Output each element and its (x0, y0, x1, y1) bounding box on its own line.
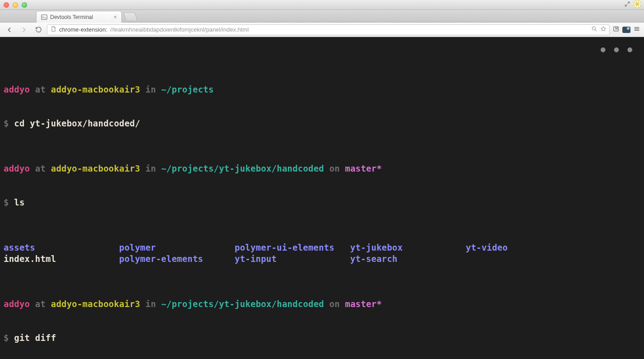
reload-button[interactable] (32, 24, 44, 35)
window-zoom-button[interactable] (22, 2, 27, 8)
window-close-button[interactable] (4, 2, 9, 8)
more-dots-icon[interactable]: ● ● ● (601, 43, 634, 55)
prompt-line: addyo at addyo-macbookair3 in ~/projects… (4, 163, 640, 174)
tab-strip: Devtools Terminal × (0, 10, 644, 23)
search-icon[interactable] (591, 26, 598, 33)
svg-point-0 (636, 0, 639, 3)
svg-point-8 (636, 3, 639, 5)
command-line: $ git diff (4, 332, 640, 344)
page-icon (50, 26, 56, 33)
menu-icon[interactable] (633, 25, 640, 34)
forward-button[interactable] (18, 24, 30, 35)
window-minimize-button[interactable] (13, 2, 18, 8)
ls-output: assetspolymerpolymer-ui-elementsyt-jukeb… (4, 242, 640, 265)
browser-tab[interactable]: Devtools Terminal × (36, 11, 122, 23)
command-line: $ cd yt-jukebox/handcoded/ (4, 118, 640, 129)
browser-toolbar: chrome-extension://leakmhneaibbdapdoienl… (0, 23, 644, 37)
prompt-line: addyo at addyo-macbookair3 in ~/projects… (4, 298, 640, 310)
back-button[interactable] (4, 24, 15, 35)
url-scheme: chrome-extension: (59, 26, 107, 33)
svg-point-2 (633, 3, 636, 5)
url-path: //leakmhneaibbdapdoienlkifomjceknl/panel… (110, 26, 249, 33)
terminal-favicon-icon (41, 14, 47, 20)
prompt-line: addyo at addyo-macbookair3 in ~/projects (4, 84, 640, 95)
new-tab-button[interactable] (123, 12, 138, 21)
command-line: $ ls (4, 197, 640, 208)
flower-extension-icon[interactable] (633, 0, 641, 10)
star-icon[interactable] (600, 26, 607, 33)
bookmarks-icon[interactable] (612, 25, 620, 34)
tab-title: Devtools Terminal (50, 14, 93, 20)
terminal-output[interactable]: ● ● ● addyo at addyo-macbookair3 in ~/pr… (0, 37, 644, 359)
fullscreen-icon[interactable] (624, 1, 630, 9)
close-tab-icon[interactable]: × (113, 14, 117, 20)
svg-point-10 (592, 27, 595, 30)
svg-rect-9 (42, 14, 47, 19)
screenshot-extension-icon[interactable] (622, 27, 630, 33)
window-titlebar (0, 0, 644, 10)
svg-point-1 (636, 5, 639, 8)
svg-point-3 (639, 3, 641, 5)
address-bar[interactable]: chrome-extension://leakmhneaibbdapdoienl… (47, 24, 610, 35)
